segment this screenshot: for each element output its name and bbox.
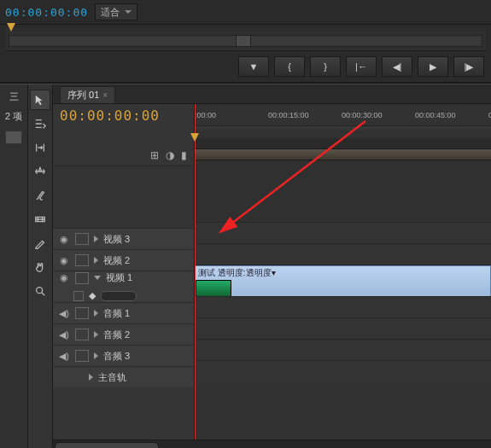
lock-toggle[interactable] — [75, 307, 89, 319]
pen-tool[interactable] — [30, 233, 50, 253]
eye-icon[interactable]: ◉ — [58, 272, 70, 283]
track-header-video3[interactable]: ◉ 视频 3 — [53, 228, 194, 249]
clip-label: 测试 透明度:透明度▾ — [198, 268, 276, 277]
panel-menu-icon[interactable]: 三 — [0, 91, 27, 102]
lane-audio1[interactable] — [195, 296, 491, 317]
razor-tool[interactable] — [30, 185, 50, 206]
lock-toggle[interactable] — [75, 329, 89, 340]
ruler-ticks: :00:00 00:00:15:00 00:00:30:00 00:00:45:… — [195, 111, 491, 126]
collapse-icon[interactable] — [94, 257, 98, 264]
selection-tool[interactable] — [30, 90, 50, 110]
track-label: 音频 1 — [103, 307, 130, 320]
transport-controls: ▼ { } |← ◀| ▶ |▶ — [0, 51, 491, 84]
rate-stretch-tool[interactable] — [30, 161, 50, 182]
track-label: 主音轨 — [98, 371, 126, 384]
marker-row[interactable] — [195, 138, 491, 149]
settings-icon[interactable]: ▮ — [181, 149, 187, 161]
collapse-icon[interactable] — [94, 352, 98, 359]
scrubber-playhead-icon[interactable] — [7, 23, 15, 32]
track-select-tool[interactable] — [30, 113, 50, 134]
lane-video2[interactable] — [195, 243, 491, 265]
chevron-down-icon — [125, 10, 132, 14]
keyframe-toggle[interactable] — [73, 291, 84, 301]
program-timecode[interactable]: 00:00:00:00 — [5, 6, 88, 19]
zoom-thumb[interactable] — [55, 442, 159, 448]
current-time-row: 00:00:00:00 — [53, 104, 194, 145]
tick-label: 00:00:45:00 — [415, 111, 488, 126]
lock-toggle[interactable] — [75, 272, 89, 284]
goto-in-button[interactable]: |← — [346, 56, 377, 77]
track-content-area[interactable]: :00:00 00:00:15:00 00:00:30:00 00:00:45:… — [195, 104, 491, 439]
track-label: 视频 2 — [103, 254, 130, 267]
track-header-audio2[interactable]: ◀) 音频 2 — [53, 323, 194, 345]
speaker-icon[interactable]: ◀) — [58, 308, 70, 319]
sequence-timecode[interactable]: 00:00:00:00 — [60, 108, 187, 124]
track-label: 音频 2 — [103, 329, 130, 341]
opacity-slider[interactable] — [101, 291, 137, 301]
track-header-master[interactable]: 主音轨 — [53, 366, 194, 387]
timeline-panel: 序列 01 × 00:00:00:00 ⊞ ◑ ▮ ◉ — [53, 84, 491, 448]
timeline-display-options: ⊞ ◑ ▮ — [53, 145, 194, 166]
lane-audio3[interactable] — [195, 339, 491, 360]
header-spacer — [53, 166, 194, 228]
track-header-audio3[interactable]: ◀) 音频 3 — [53, 345, 194, 366]
hand-tool[interactable] — [30, 257, 50, 277]
bin-icon[interactable] — [5, 131, 22, 144]
tick-label: :00:00 — [195, 111, 268, 126]
play-button[interactable]: ▶ — [418, 56, 448, 77]
fit-label: 适合 — [101, 6, 120, 19]
ruler-bar[interactable] — [195, 125, 491, 133]
lane-video1[interactable]: 测试 透明度:透明度▾ — [195, 265, 491, 296]
playhead-line[interactable] — [195, 104, 196, 439]
timeline-tab-bar: 序列 01 × — [53, 84, 491, 104]
main-area: 三 2 项 序列 01 × 00:00:00:00 — [0, 84, 491, 448]
add-marker-button[interactable]: ▼ — [238, 56, 269, 77]
collapse-icon[interactable] — [94, 310, 98, 317]
zoom-tool[interactable] — [30, 281, 50, 301]
snap-icon[interactable]: ⊞ — [150, 149, 159, 161]
lane-master[interactable] — [195, 360, 491, 381]
lock-toggle[interactable] — [75, 254, 89, 266]
mark-in-button[interactable]: { — [274, 56, 305, 77]
eye-icon[interactable]: ◉ — [58, 255, 70, 266]
track-label: 视频 3 — [103, 233, 130, 246]
project-panel-edge: 三 2 项 — [0, 84, 28, 448]
lock-toggle[interactable] — [75, 233, 89, 245]
scrubber-handle[interactable] — [236, 35, 251, 47]
lock-toggle[interactable] — [75, 350, 89, 362]
mark-out-button[interactable]: } — [310, 56, 341, 77]
track-label: 视频 1 — [106, 271, 132, 284]
item-count: 2 项 — [0, 111, 27, 122]
track-header-video1[interactable]: ◉ 视频 1 ◆ — [53, 271, 194, 302]
lane-video3[interactable] — [195, 222, 491, 243]
video-clip[interactable]: 测试 透明度:透明度▾ — [195, 265, 491, 298]
clip-thumbnail — [196, 280, 231, 297]
sequence-tab-label: 序列 01 — [67, 89, 99, 102]
keyframe-nav-icon[interactable]: ◆ — [89, 290, 96, 301]
track-header-column: 00:00:00:00 ⊞ ◑ ▮ ◉ 视频 3 ◉ — [53, 104, 195, 439]
close-icon[interactable]: × — [102, 90, 108, 100]
speaker-icon[interactable]: ◀) — [58, 329, 70, 340]
collapse-icon[interactable] — [94, 331, 98, 338]
program-scrubber[interactable] — [5, 28, 486, 51]
work-area-bar[interactable] — [195, 149, 491, 160]
collapse-icon[interactable] — [94, 236, 98, 242]
track-header-audio1[interactable]: ◀) 音频 1 — [53, 302, 194, 323]
step-forward-button[interactable]: |▶ — [453, 56, 484, 77]
step-back-button[interactable]: ◀| — [382, 56, 412, 77]
track-header-video2[interactable]: ◉ 视频 2 — [53, 249, 194, 271]
expand-icon[interactable] — [94, 276, 101, 280]
timeline-body: 00:00:00:00 ⊞ ◑ ▮ ◉ 视频 3 ◉ — [53, 104, 491, 439]
slip-tool[interactable] — [30, 209, 50, 230]
sequence-tab[interactable]: 序列 01 × — [60, 86, 115, 103]
timeline-zoom-scrollbar[interactable] — [53, 439, 491, 448]
speaker-icon[interactable]: ◀) — [58, 351, 70, 362]
eye-icon[interactable]: ◉ — [58, 234, 70, 245]
collapse-icon[interactable] — [89, 374, 93, 381]
ripple-edit-tool[interactable] — [30, 137, 50, 158]
lane-audio2[interactable] — [195, 317, 491, 339]
time-ruler[interactable]: :00:00 00:00:15:00 00:00:30:00 00:00:45:… — [195, 104, 491, 138]
content-spacer — [195, 160, 491, 222]
marker-panel-icon[interactable]: ◑ — [166, 149, 174, 161]
fit-dropdown[interactable]: 适合 — [95, 3, 137, 20]
